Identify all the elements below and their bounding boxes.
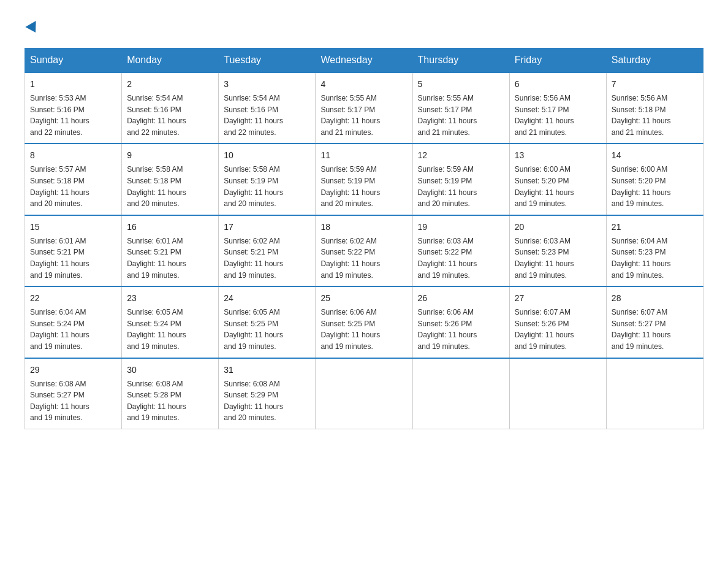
- day-number: 30: [127, 364, 213, 377]
- day-info: Sunrise: 6:06 AMSunset: 5:25 PMDaylight:…: [320, 307, 407, 352]
- calendar-cell: 7Sunrise: 5:56 AMSunset: 5:18 PMDaylight…: [606, 72, 703, 144]
- calendar-cell: 27Sunrise: 6:07 AMSunset: 5:26 PMDayligh…: [509, 286, 606, 358]
- daylight-text: Daylight: 11 hours: [515, 259, 574, 268]
- day-number: 10: [224, 149, 310, 162]
- day-number: 12: [418, 149, 504, 162]
- day-number: 20: [515, 221, 601, 234]
- daylight-text: Daylight: 11 hours: [320, 188, 380, 197]
- daylight-text: Daylight: 11 hours: [612, 259, 671, 268]
- daylight-text: Daylight: 11 hours: [515, 117, 574, 125]
- col-header-tuesday: Tuesday: [219, 48, 316, 73]
- sunset-text: Sunset: 5:27 PM: [612, 320, 666, 328]
- daylight-minutes-text: and 19 minutes.: [612, 271, 664, 280]
- day-number: 24: [224, 292, 310, 305]
- logo: [25, 18, 39, 36]
- day-number: 2: [127, 78, 213, 91]
- daylight-minutes-text: and 22 minutes.: [127, 128, 179, 137]
- day-info: Sunrise: 5:53 AMSunset: 5:16 PMDaylight:…: [30, 93, 116, 138]
- daylight-text: Daylight: 11 hours: [320, 117, 380, 125]
- sunset-text: Sunset: 5:28 PM: [127, 391, 181, 399]
- sunset-text: Sunset: 5:17 PM: [418, 105, 472, 114]
- sunset-text: Sunset: 5:17 PM: [320, 105, 375, 114]
- daylight-minutes-text: and 21 minutes.: [515, 128, 567, 137]
- daylight-text: Daylight: 11 hours: [224, 117, 283, 125]
- sunrise-text: Sunrise: 5:59 AM: [418, 165, 474, 174]
- day-info: Sunrise: 6:04 AMSunset: 5:23 PMDaylight:…: [612, 236, 698, 281]
- daylight-text: Daylight: 11 hours: [30, 117, 89, 125]
- calendar-cell: 22Sunrise: 6:04 AMSunset: 5:24 PMDayligh…: [25, 286, 122, 358]
- daylight-text: Daylight: 11 hours: [418, 259, 477, 268]
- sunrise-text: Sunrise: 5:54 AM: [224, 94, 279, 102]
- sunrise-text: Sunrise: 6:06 AM: [418, 308, 474, 316]
- day-info: Sunrise: 5:58 AMSunset: 5:19 PMDaylight:…: [224, 164, 310, 209]
- sunrise-text: Sunrise: 6:01 AM: [30, 237, 86, 245]
- daylight-text: Daylight: 11 hours: [127, 331, 186, 339]
- col-header-wednesday: Wednesday: [316, 48, 412, 73]
- calendar-cell: 17Sunrise: 6:02 AMSunset: 5:21 PMDayligh…: [219, 215, 316, 286]
- daylight-text: Daylight: 11 hours: [224, 188, 283, 197]
- daylight-minutes-text: and 20 minutes.: [418, 199, 470, 208]
- calendar-cell: [606, 358, 703, 429]
- calendar-cell: 18Sunrise: 6:02 AMSunset: 5:22 PMDayligh…: [316, 215, 412, 286]
- day-info: Sunrise: 6:07 AMSunset: 5:27 PMDaylight:…: [612, 307, 698, 352]
- daylight-text: Daylight: 11 hours: [224, 259, 283, 268]
- sunset-text: Sunset: 5:26 PM: [515, 320, 569, 328]
- sunset-text: Sunset: 5:24 PM: [30, 320, 85, 328]
- daylight-minutes-text: and 19 minutes.: [320, 342, 373, 351]
- daylight-minutes-text: and 20 minutes.: [320, 199, 373, 208]
- calendar-cell: 26Sunrise: 6:06 AMSunset: 5:26 PMDayligh…: [412, 286, 509, 358]
- sunset-text: Sunset: 5:24 PM: [127, 320, 181, 328]
- day-number: 8: [30, 149, 116, 162]
- calendar-cell: 24Sunrise: 6:05 AMSunset: 5:25 PMDayligh…: [219, 286, 316, 358]
- day-info: Sunrise: 5:59 AMSunset: 5:19 PMDaylight:…: [418, 164, 504, 209]
- sunset-text: Sunset: 5:20 PM: [612, 177, 666, 185]
- daylight-minutes-text: and 19 minutes.: [515, 342, 567, 351]
- sunrise-text: Sunrise: 6:07 AM: [515, 308, 571, 316]
- sunrise-text: Sunrise: 5:57 AM: [30, 165, 86, 174]
- daylight-minutes-text: and 19 minutes.: [224, 271, 276, 280]
- calendar-cell: 6Sunrise: 5:56 AMSunset: 5:17 PMDaylight…: [509, 72, 606, 144]
- daylight-minutes-text: and 19 minutes.: [515, 199, 567, 208]
- day-info: Sunrise: 6:02 AMSunset: 5:21 PMDaylight:…: [224, 236, 310, 281]
- sunrise-text: Sunrise: 6:00 AM: [612, 165, 667, 174]
- sunrise-text: Sunrise: 5:58 AM: [224, 165, 279, 174]
- calendar-cell: 2Sunrise: 5:54 AMSunset: 5:16 PMDaylight…: [122, 72, 219, 144]
- daylight-minutes-text: and 19 minutes.: [612, 342, 664, 351]
- day-number: 1: [30, 78, 116, 91]
- day-info: Sunrise: 5:57 AMSunset: 5:18 PMDaylight:…: [30, 164, 116, 209]
- calendar-cell: 25Sunrise: 6:06 AMSunset: 5:25 PMDayligh…: [316, 286, 412, 358]
- calendar-cell: 9Sunrise: 5:58 AMSunset: 5:18 PMDaylight…: [122, 144, 219, 215]
- sunset-text: Sunset: 5:18 PM: [127, 177, 181, 185]
- sunrise-text: Sunrise: 6:03 AM: [515, 237, 571, 245]
- sunrise-text: Sunrise: 5:56 AM: [515, 94, 571, 102]
- day-number: 3: [224, 78, 310, 91]
- sunset-text: Sunset: 5:16 PM: [127, 105, 181, 114]
- day-number: 22: [30, 292, 116, 305]
- sunset-text: Sunset: 5:26 PM: [418, 320, 472, 328]
- header: [25, 18, 703, 36]
- day-number: 23: [127, 292, 213, 305]
- sunrise-text: Sunrise: 6:02 AM: [320, 237, 376, 245]
- sunrise-text: Sunrise: 6:06 AM: [320, 308, 376, 316]
- daylight-text: Daylight: 11 hours: [612, 331, 671, 339]
- daylight-text: Daylight: 11 hours: [418, 188, 477, 197]
- sunset-text: Sunset: 5:19 PM: [418, 177, 472, 185]
- sunrise-text: Sunrise: 6:05 AM: [127, 308, 183, 316]
- calendar-week-row: 29Sunrise: 6:08 AMSunset: 5:27 PMDayligh…: [25, 358, 703, 429]
- daylight-minutes-text: and 19 minutes.: [612, 199, 664, 208]
- day-number: 18: [320, 221, 407, 234]
- daylight-minutes-text: and 19 minutes.: [30, 413, 82, 422]
- daylight-text: Daylight: 11 hours: [30, 259, 89, 268]
- sunrise-text: Sunrise: 5:56 AM: [612, 94, 667, 102]
- daylight-text: Daylight: 11 hours: [127, 259, 186, 268]
- sunset-text: Sunset: 5:22 PM: [418, 248, 472, 256]
- day-info: Sunrise: 5:56 AMSunset: 5:17 PMDaylight:…: [515, 93, 601, 138]
- col-header-sunday: Sunday: [25, 48, 122, 73]
- daylight-minutes-text: and 21 minutes.: [612, 128, 664, 137]
- calendar-cell: 19Sunrise: 6:03 AMSunset: 5:22 PMDayligh…: [412, 215, 509, 286]
- calendar-week-row: 1Sunrise: 5:53 AMSunset: 5:16 PMDaylight…: [25, 72, 703, 144]
- day-number: 13: [515, 149, 601, 162]
- calendar-cell: 31Sunrise: 6:08 AMSunset: 5:29 PMDayligh…: [219, 358, 316, 429]
- daylight-text: Daylight: 11 hours: [30, 402, 89, 411]
- calendar-cell: 5Sunrise: 5:55 AMSunset: 5:17 PMDaylight…: [412, 72, 509, 144]
